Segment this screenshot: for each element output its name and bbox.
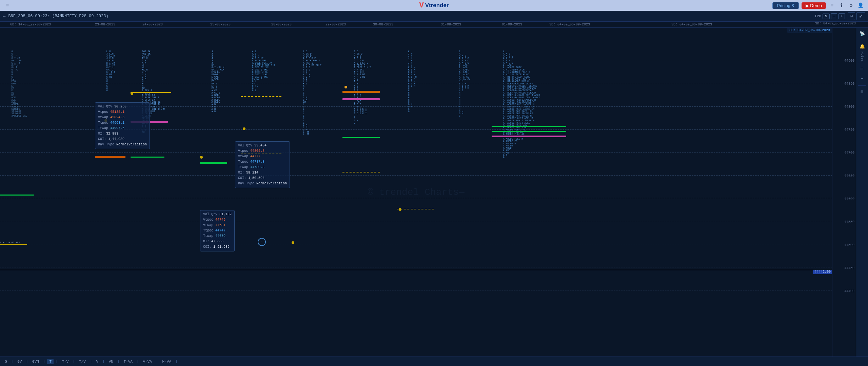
bottom-tdivv-button[interactable]: T/V (77, 359, 88, 364)
col-25aug: J J J J J J HJ GHI JKL M GHI J KLM EFG K… (200, 48, 241, 115)
tpo-minus-button[interactable]: − (831, 13, 837, 19)
date-label-6: 29-08-2023 (326, 23, 346, 26)
logo-text: Vtrender (425, 2, 449, 9)
label-3d: 3D: 04-09_06-09-2023 (787, 28, 832, 33)
current-price-tag: 44442.00 (813, 270, 832, 274)
demo-button[interactable]: ▶ Demo (802, 2, 826, 9)
price-line-44500 (0, 244, 832, 244)
date-label-11: 3D: 04-09_06-09-2023 (671, 23, 712, 26)
yellow-dot-29aug (292, 241, 294, 244)
sep-1: | (11, 360, 14, 364)
price-44900: 44900 (844, 59, 854, 63)
date-label-2: 23-08-2023 (95, 23, 115, 26)
profile-yellow-line (0, 244, 27, 245)
pricing-button[interactable]: Pricing ₹ (772, 2, 798, 9)
price-line-44550 (0, 221, 832, 221)
back-button[interactable]: ← (3, 14, 5, 19)
price-line-44400 (0, 290, 832, 290)
yellow-dashed-30aug (342, 172, 380, 172)
price-44550: 44550 (844, 220, 854, 224)
sidebar-sep-2 (858, 63, 866, 63)
date-label-5: 28-08-2023 (271, 23, 292, 26)
alert-button[interactable]: 🔔 (857, 42, 867, 51)
crosshair-icon (258, 238, 266, 246)
price-44600: 44600 (844, 197, 854, 201)
date-label-10: 3D: 04-09_06-09-2023 (549, 23, 590, 26)
current-price-line (0, 270, 832, 270)
hamburger-icon[interactable]: ≡ (4, 2, 11, 9)
price-44750: 44750 (844, 128, 854, 132)
date-label-1: 6D: 14-08_22-08-2023 (10, 23, 51, 26)
notes-label: Notes (860, 52, 864, 62)
bottom-t-button[interactable]: T (47, 359, 54, 364)
list-icon[interactable]: ≡ (829, 2, 835, 9)
live-button[interactable]: 📡 (857, 29, 867, 39)
sep-11: | (175, 360, 178, 364)
bottom-v-button[interactable]: V (94, 359, 101, 364)
col-29aug: A C A BC D A BC D A B C D E A BCDE FGH I… (292, 48, 329, 138)
date-label-9: 01-09-2023 (502, 23, 522, 26)
profile-green-bar-1 (0, 195, 34, 196)
date-bar: 6D: 14-08_22-08-2023 23-08-2023 24-08-20… (0, 22, 868, 28)
grid-button[interactable]: ⊞ (857, 64, 867, 74)
sep-9: | (137, 360, 139, 364)
green-bar-right-1 (492, 126, 566, 127)
nav-left: ≡ (4, 2, 11, 9)
tpo-plus-button[interactable]: + (839, 13, 845, 19)
sep-2: | (26, 360, 28, 364)
bottom-gvn-button[interactable]: GVN (30, 359, 41, 364)
price-line-44700 (0, 152, 832, 153)
watermark: © trendel Charts— (368, 187, 465, 198)
orange-highlight-23aug (95, 156, 125, 158)
notes-button[interactable]: Notes (857, 52, 867, 61)
yellow-dashed-31aug (397, 209, 434, 209)
date-label-3: 24-08-2023 (142, 23, 163, 26)
col-01sep: A A A A B A A B C A A B C A A B C A ABC … (448, 48, 481, 120)
yellow-dot-28aug (243, 127, 245, 130)
bottom-tva-button[interactable]: T-VA (122, 359, 135, 364)
price-44400: 44400 (844, 289, 854, 293)
bottom-tv-button[interactable]: T-V (60, 359, 71, 364)
tooltip-28aug: Vol Qty 33,434 Vtpoc 44805.8 Vtwap 44777… (235, 141, 290, 188)
col-28aug: A B A B A B H A B F HI A BCDF GHI A BCDE… (241, 48, 285, 94)
bottom-vva-button[interactable]: V-VA (141, 359, 154, 364)
bottom-g-button[interactable]: G (3, 359, 9, 364)
green-bar-25aug (200, 162, 227, 164)
bottom-gv-button[interactable]: GV (15, 359, 24, 364)
yellow-line-24aug (131, 92, 171, 93)
left-profile: G G G F GHI JM GHI JM GHI J GHI J GH I G… (0, 48, 81, 120)
date-label-8: 31-08-2023 (441, 23, 461, 26)
pink-bar-30aug (342, 98, 380, 100)
vtrender-logo: V Vtrender (419, 1, 449, 10)
sep-3: | (43, 360, 45, 364)
main-area: © trendel Charts— G G G F GHI JM GHI JM … (0, 28, 868, 357)
right-buttons: ⊡ ⤢ (848, 12, 865, 20)
tpo-value[interactable]: 9 (823, 14, 830, 19)
nav-center: V Vtrender (419, 1, 449, 10)
top-nav: ≡ V Vtrender Pricing ₹ ▶ Demo ≡ ℹ ⚙ 👤 (0, 0, 868, 11)
date-label-4: 25-08-2023 (210, 23, 231, 26)
chart-title: BNF_3D8_06:09:23: (BANKNIFTY_F28-09-2023… (8, 14, 108, 19)
user-icon[interactable]: 👤 (857, 2, 864, 9)
bottom-bar: G | GV | GVN | T | T-V | T/V | V | VN | … (0, 357, 868, 366)
expand-button[interactable]: ⤢ (856, 12, 865, 20)
settings-icon[interactable]: ⚙ (848, 2, 854, 9)
col-31aug: K J K J K J K J K J K J K K L M K L M K … (397, 48, 437, 115)
pink-bar-right (492, 136, 566, 137)
sidebar-sep-3 (858, 85, 866, 86)
chart-canvas[interactable]: © trendel Charts— G G G F GHI JM GHI JM … (0, 28, 832, 357)
tooltip-25aug-bot: Vol Qty 31,189 Vtpoc 44749 Vtwap 44681 T… (200, 210, 235, 251)
green-bar-right-2 (492, 131, 566, 132)
tpo-control: TPO 9 − + (814, 13, 845, 19)
nav-right: Pricing ₹ ▶ Demo ≡ ℹ ⚙ 👤 (772, 2, 864, 9)
info-icon[interactable]: ℹ (838, 2, 845, 9)
price-44800: 44800 (844, 105, 854, 109)
list-button[interactable]: ≡ (857, 75, 867, 84)
price-44650: 44650 (844, 174, 854, 178)
layout-button[interactable]: ⊞ (857, 87, 867, 97)
bottom-hva-button[interactable]: H-VA (160, 359, 173, 364)
price-44500: 44500 (844, 243, 854, 247)
bottom-vn-button[interactable]: VN (107, 359, 115, 364)
second-bar: ← BNF_3D8_06:09:23: (BANKNIFTY_F28-09-20… (0, 11, 868, 22)
screenshot-button[interactable]: ⊡ (848, 12, 855, 20)
